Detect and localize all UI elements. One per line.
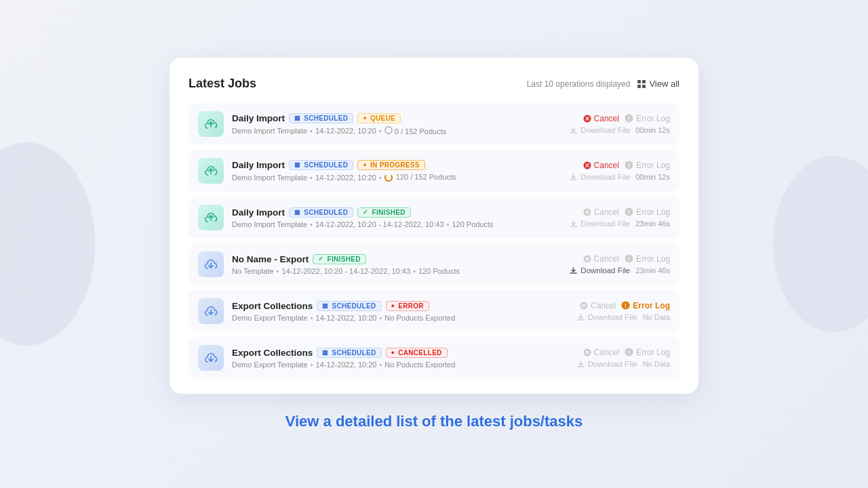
job-date: 14-12-2022, 10:20: [315, 174, 376, 182]
error-log-icon: !: [625, 161, 633, 169]
badge-error: ●ERROR: [386, 301, 429, 311]
job-icon: [198, 345, 224, 371]
job-name: Daily Import: [232, 207, 285, 218]
job-name: Export Collections: [232, 301, 313, 311]
job-actions-top: Cancel ! Error Log: [583, 348, 670, 357]
job-actions-top: Cancel ! Error Log: [583, 114, 670, 123]
job-icon: [198, 205, 224, 230]
job-info: Export Collections ▦SCHEDULED●ERROR Demo…: [232, 301, 455, 322]
jobs-list: Daily Import ▦SCHEDULED●QUEUE Demo Impor…: [189, 103, 679, 379]
template-name: Demo Export Template: [232, 314, 308, 322]
table-row: Daily Import ▦SCHEDULED●IN PROGRESS Demo…: [189, 150, 679, 192]
bg-decoration-right: [773, 156, 868, 332]
error-log-button: ! Error Log: [625, 254, 670, 264]
svg-text:!: !: [628, 209, 630, 216]
job-info: No Name - Export ✓FINISHED No Template •…: [232, 254, 460, 275]
job-name-row: Daily Import ▦SCHEDULED●QUEUE: [232, 113, 446, 123]
badge-scheduled: ▦SCHEDULED: [317, 348, 381, 358]
view-all-button[interactable]: View all: [637, 79, 679, 89]
error-log-button: ! Error Log: [625, 114, 670, 123]
error-log-button: ! Error Log: [625, 207, 670, 217]
job-icon: [198, 251, 224, 277]
job-info: Daily Import ▦SCHEDULED●QUEUE Demo Impor…: [232, 113, 446, 136]
card-title: Latest Jobs: [189, 77, 256, 91]
job-icon: [198, 298, 224, 324]
error-log-icon: !: [625, 207, 633, 216]
job-meta: Demo Export Template • 14-12-2022, 10:20…: [232, 361, 455, 369]
svg-rect-2: [637, 85, 641, 88]
job-name-row: Export Collections ▦SCHEDULED●ERROR: [232, 301, 455, 311]
job-info: Daily Import ▦SCHEDULED✓FINISHED Demo Im…: [232, 207, 494, 228]
error-log-button: ! Error Log: [625, 348, 670, 357]
job-progress: 120 / 152 Poducts: [384, 173, 456, 182]
card-header: Latest Jobs Last 10 operations displayed…: [189, 77, 679, 91]
error-log-icon: !: [621, 301, 630, 310]
job-actions-bottom: Download File 00min 12s: [569, 126, 670, 135]
table-row: Daily Import ▦SCHEDULED✓FINISHED Demo Im…: [189, 197, 679, 239]
job-right: Cancel ! Error Log Download File 23min 4…: [541, 207, 670, 228]
bg-decoration-left: [0, 142, 95, 346]
badge-scheduled: ▦SCHEDULED: [289, 160, 353, 170]
cancel-icon: [583, 208, 591, 216]
time-label: 23min 46s: [635, 220, 670, 228]
table-row: Export Collections ▦SCHEDULED●ERROR Demo…: [189, 290, 679, 332]
job-actions-top: Cancel ! Error Log: [580, 301, 670, 310]
badge-cancelled: ●CANCELLED: [386, 348, 448, 358]
error-log-icon: !: [625, 114, 633, 123]
job-left: Daily Import ▦SCHEDULED●IN PROGRESS Demo…: [198, 158, 541, 184]
job-date: 14-12-2022, 10:20: [315, 127, 376, 135]
job-progress: 0 / 152 Poducts: [384, 126, 447, 136]
job-date: 14-12-2022, 10:20 - 14-12-2022, 10:43: [315, 220, 444, 228]
template-name: Demo Import Template: [232, 174, 307, 182]
badge-finished: ✓FINISHED: [313, 254, 366, 264]
cancel-button: Cancel: [583, 348, 619, 357]
job-date: 14-12-2022, 10:20: [316, 361, 377, 369]
job-info: Export Collections ▦SCHEDULED●CANCELLED …: [232, 348, 455, 369]
error-log-button[interactable]: ! Error Log: [621, 301, 670, 310]
error-log-icon: !: [625, 254, 633, 263]
download-file-button: Download File: [576, 360, 637, 369]
job-name-row: Export Collections ▦SCHEDULED●CANCELLED: [232, 348, 455, 358]
job-icon: [198, 111, 224, 137]
badge-queue: ●QUEUE: [357, 113, 401, 123]
job-name: Daily Import: [232, 160, 285, 170]
cancel-button: Cancel: [580, 301, 616, 310]
job-meta: Demo Import Template • 14-12-2022, 10:20…: [232, 126, 446, 136]
table-row: No Name - Export ✓FINISHED No Template •…: [189, 243, 679, 285]
cancel-button[interactable]: Cancel: [583, 161, 619, 170]
cancel-icon: [580, 302, 588, 310]
download-file-button[interactable]: Download File: [569, 266, 630, 275]
cancel-icon: [583, 161, 591, 169]
job-right: Cancel ! Error Log Download File No Data: [541, 301, 670, 322]
cancel-button: Cancel: [583, 207, 619, 217]
main-card: Latest Jobs Last 10 operations displayed…: [170, 58, 698, 394]
job-actions-bottom: Download File 23min 46s: [569, 266, 670, 275]
cancel-icon: [583, 348, 591, 357]
template-name: Demo Export Template: [232, 361, 308, 369]
job-left: Export Collections ▦SCHEDULED●CANCELLED …: [198, 345, 541, 371]
time-label: 00min 12s: [635, 126, 670, 134]
job-actions-top: Cancel ! Error Log: [583, 161, 670, 170]
header-note: Last 10 operations displayed: [527, 79, 631, 89]
badge-scheduled: ▦SCHEDULED: [289, 207, 353, 218]
cancel-icon: [583, 255, 591, 263]
badge-finished: ✓FINISHED: [357, 207, 410, 218]
job-actions-bottom: Download File No Data: [576, 313, 670, 322]
cancel-button[interactable]: Cancel: [583, 114, 619, 123]
job-left: Export Collections ▦SCHEDULED●ERROR Demo…: [198, 298, 541, 324]
job-date: 14-12-2022, 10:20: [316, 314, 377, 322]
template-name: Demo Import Template: [232, 127, 307, 135]
svg-rect-3: [642, 85, 646, 88]
svg-text:!: !: [628, 349, 630, 356]
job-meta: Demo Export Template • 14-12-2022, 10:20…: [232, 314, 455, 322]
job-icon: [198, 158, 224, 184]
cancel-button: Cancel: [583, 254, 619, 264]
download-file-button: Download File: [576, 313, 637, 322]
download-file-button: Download File: [569, 173, 630, 182]
job-progress: 120 Poducts: [418, 267, 460, 275]
job-meta: No Template • 14-12-2022, 10:20 - 14-12-…: [232, 267, 460, 275]
job-meta: Demo Import Template • 14-12-2022, 10:20…: [232, 173, 456, 182]
time-label: 23min 46s: [635, 266, 670, 274]
job-info: Daily Import ▦SCHEDULED●IN PROGRESS Demo…: [232, 160, 456, 182]
badge-scheduled: ▦SCHEDULED: [289, 113, 353, 123]
